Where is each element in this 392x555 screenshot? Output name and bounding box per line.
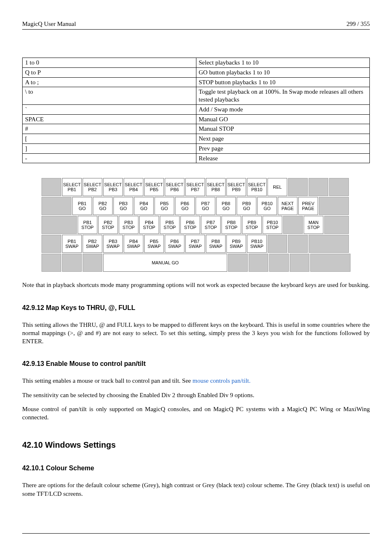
body-42-9-13-line3: Mouse control of pan/tilt is only suppor… (22, 405, 370, 422)
table-row: ]Prev page (23, 143, 370, 153)
footer-rule (22, 533, 370, 534)
key-select-pb1: SELECTPB1 (62, 178, 82, 196)
table-row: SPACEManual GO (23, 114, 370, 124)
heading-42-10-1: 42.10.1 Colour Scheme (22, 465, 370, 472)
text-prefix: This setting enables a mouse or track ba… (22, 377, 192, 384)
table-row: Q to PGO button playbacks 1 to 10 (23, 67, 370, 77)
key-blank (309, 178, 328, 196)
shortcut-key: - (23, 153, 196, 163)
key-go-8: PB8GO (216, 197, 236, 215)
key-go-1: PB1GO (72, 197, 92, 215)
key-swap-10: PB10SWAP (247, 235, 267, 253)
key-stop-10: PB10STOP (263, 216, 282, 234)
key-stop-2: PB2STOP (98, 216, 118, 234)
key-stop-6: PB6STOP (180, 216, 200, 234)
key-select-pb7: SELECTPB7 (185, 178, 205, 196)
shortcut-key: [ (23, 134, 196, 144)
shortcut-desc: GO button playbacks 1 to 10 (196, 67, 370, 77)
shortcut-key: SPACE (23, 114, 196, 124)
key-select-pb2: SELECTPB2 (83, 178, 102, 196)
key-swap-4: PB4SWAP (124, 235, 143, 253)
table-row: [Next page (23, 134, 370, 144)
key-select-pb3: SELECTPB3 (103, 178, 123, 196)
key-swap-6: PB6SWAP (165, 235, 184, 253)
key-blank (309, 235, 349, 253)
table-row: -Release (23, 153, 370, 163)
key-blank (324, 216, 349, 234)
shortcuts-table: 1 to 0Select playbacks 1 to 10Q to PGO b… (22, 58, 370, 163)
body-42-9-13-line2: The sensitivity can be selected by choos… (22, 391, 370, 399)
key-select-pb8: SELECTPB8 (206, 178, 226, 196)
heading-42-9-13: 42.9.13 Enable Mouse to control pan/tilt (22, 360, 370, 368)
key-blank (288, 178, 308, 196)
body-42-9-12: This setting allows the THRU, @ and FULL… (22, 321, 370, 346)
key-blank (319, 197, 349, 215)
shortcut-desc: Manual STOP (196, 124, 370, 134)
key-manual-go: MANUAL GO (103, 254, 227, 272)
link-mouse-controls[interactable]: mouse controls pan/tilt. (192, 377, 250, 384)
key-blank (269, 254, 289, 272)
shortcut-key: \ to (23, 87, 196, 105)
key-blank (83, 254, 102, 272)
key-stop-8: PB8STOP (221, 216, 241, 234)
shortcut-desc: Select playbacks 1 to 10 (196, 58, 370, 68)
key-blank (42, 197, 71, 215)
key-go-7: PB7GO (196, 197, 215, 215)
shortcut-desc: Manual GO (196, 114, 370, 124)
key-stop-1: PB1STOP (78, 216, 97, 234)
keyboard-diagram: SELECTPB1SELECTPB2SELECTPB3SELECTPB4SELE… (22, 178, 370, 272)
page-header: MagicQ User Manual 299 / 355 (22, 21, 370, 30)
key-go-2: PB2GO (93, 197, 113, 215)
key-blank (283, 216, 303, 234)
key-swap-3: PB3SWAP (103, 235, 123, 253)
shortcut-desc: Toggle test playback on at 100%. In Swap… (196, 87, 370, 105)
shortcut-desc: Add / Swap mode (196, 104, 370, 114)
key-select-pb9: SELECTPB9 (226, 178, 246, 196)
key-stop-12: MANSTOP (304, 216, 323, 234)
key-select-pb5: SELECTPB5 (144, 178, 164, 196)
key-swap-5: PB5SWAP (144, 235, 164, 253)
key-blank (42, 216, 77, 234)
key-blank (329, 178, 349, 196)
heading-42-10: 42.10 Windows Settings (22, 440, 370, 450)
key-blank (290, 254, 309, 272)
body-42-9-13-line1: This setting enables a mouse or track ba… (22, 377, 370, 385)
shortcut-desc: Prev page (196, 143, 370, 153)
shortcut-key: ` (23, 104, 196, 114)
key-go-4: PB4GO (134, 197, 154, 215)
heading-42-9-12: 42.9.12 Map Keys to THRU, @, FULL (22, 304, 370, 312)
table-row: A to ;STOP button playbacks 1 to 10 (23, 77, 370, 87)
key-blank (42, 254, 61, 272)
key-blank (310, 254, 350, 272)
key-go-3: PB3GO (113, 197, 133, 215)
key-select-pb6: SELECTPB6 (165, 178, 184, 196)
key-swap-1: PB1SWAP (62, 235, 82, 253)
key-swap-9: PB9SWAP (226, 235, 246, 253)
key-blank (249, 254, 268, 272)
key-blank (228, 254, 248, 272)
shortcut-key: ] (23, 143, 196, 153)
key-select-pb11: REL (267, 178, 287, 196)
shortcut-key: # (23, 124, 196, 134)
key-blank (42, 235, 61, 253)
shortcut-desc: STOP button playbacks 1 to 10 (196, 77, 370, 87)
key-blank (267, 235, 287, 253)
table-row: #Manual STOP (23, 124, 370, 134)
key-stop-5: PB5STOP (160, 216, 180, 234)
key-select-pb4: SELECTPB4 (124, 178, 143, 196)
table-row: 1 to 0Select playbacks 1 to 10 (23, 58, 370, 68)
shortcut-key: Q to P (23, 67, 196, 77)
key-go-6: PB6GO (175, 197, 195, 215)
table-row: \ toToggle test playback on at 100%. In … (23, 87, 370, 105)
key-stop-7: PB7STOP (201, 216, 221, 234)
shortcut-key: A to ; (23, 77, 196, 87)
body-42-10-1: There are options for the default colour… (22, 481, 370, 498)
key-go-11: NEXTPAGE (278, 197, 297, 215)
key-swap-8: PB8SWAP (206, 235, 226, 253)
key-stop-4: PB4STOP (139, 216, 159, 234)
para-after-kbd: Note that in playback shortcuts mode man… (22, 281, 370, 289)
shortcut-key: 1 to 0 (23, 58, 196, 68)
header-pagenum: 299 / 355 (346, 21, 370, 28)
key-blank (288, 235, 308, 253)
key-swap-7: PB7SWAP (185, 235, 205, 253)
